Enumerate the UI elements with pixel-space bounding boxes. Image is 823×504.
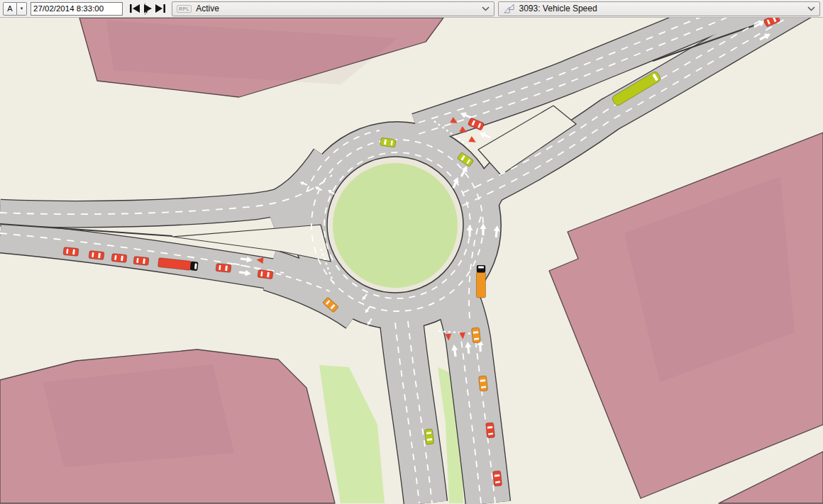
vehicle-car[interactable]	[258, 269, 273, 279]
toolbar: A ▾ ▴ ▾	[0, 0, 823, 18]
vehicle-car[interactable]	[471, 327, 480, 343]
datetime-input[interactable]	[31, 3, 145, 15]
vehicle-truck[interactable]	[477, 265, 486, 298]
skip-to-start-button[interactable]	[128, 3, 140, 14]
skip-to-end-icon	[155, 4, 166, 13]
replication-combo[interactable]: RPL Active	[172, 1, 495, 16]
play-icon	[143, 4, 153, 13]
play-button[interactable]	[141, 3, 153, 14]
vehicle-car[interactable]	[111, 253, 127, 262]
map-canvas[interactable]	[0, 18, 823, 504]
vehicle-car[interactable]	[424, 429, 433, 444]
view-mode-flags-icon	[503, 4, 515, 14]
vehicle-car[interactable]	[133, 256, 149, 265]
vehicle-car[interactable]	[63, 247, 79, 256]
vehicle-car[interactable]	[485, 422, 495, 438]
chevron-down-icon	[482, 6, 490, 11]
rpl-badge-icon: RPL	[177, 5, 192, 13]
view-a-dropdown-button[interactable]: ▾	[17, 2, 27, 16]
view-mode-combo-value: 3093: Vehicle Speed	[519, 4, 597, 13]
view-mode-combo[interactable]: 3093: Vehicle Speed	[498, 1, 821, 16]
replication-combo-value: Active	[196, 4, 219, 13]
chevron-down-icon	[807, 6, 815, 11]
vehicle-car[interactable]	[89, 250, 104, 259]
simulation-window: A ▾ ▴ ▾	[0, 0, 823, 504]
simulation-datetime-field[interactable]: ▴ ▾	[31, 2, 123, 16]
vehicle-car[interactable]	[216, 263, 231, 272]
playback-controls	[128, 3, 166, 14]
view-split-button: A ▾	[3, 2, 27, 16]
roundabout-island	[333, 163, 458, 288]
view-a-button[interactable]: A	[3, 2, 17, 16]
skip-to-end-button[interactable]	[154, 3, 166, 14]
skip-to-start-icon	[129, 4, 140, 13]
vehicle-car[interactable]	[478, 376, 487, 391]
vehicle-car[interactable]	[492, 471, 502, 486]
